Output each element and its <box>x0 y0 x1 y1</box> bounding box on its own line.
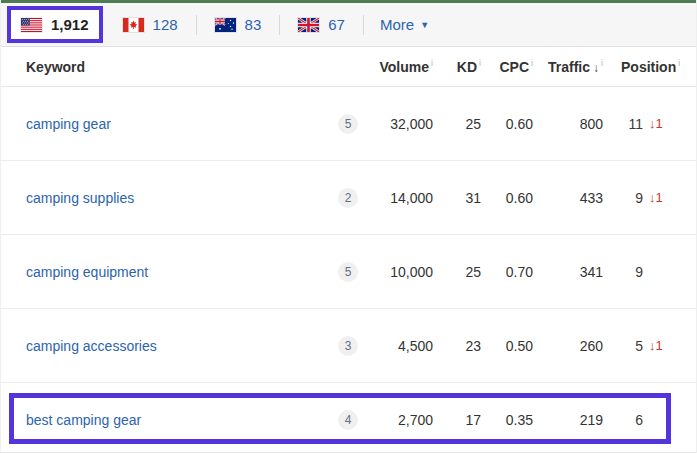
sort-descending-icon: ↓ <box>593 61 599 75</box>
table-row-highlighted: best camping gear 4 2,700 17 0.35 219 6 <box>1 383 696 453</box>
country-tab-us[interactable]: 1,912 <box>7 6 103 43</box>
more-countries-dropdown[interactable]: More ▼ <box>380 16 429 33</box>
position-value: 11 <box>621 116 643 132</box>
serp-features-cell: 5 <box>337 114 359 134</box>
us-flag-icon <box>21 18 42 32</box>
keyword-link[interactable]: camping accessories <box>26 338 157 354</box>
cpc-cell: 0.35 <box>481 412 533 428</box>
serp-features-cell: 2 <box>337 188 359 208</box>
kd-cell: 25 <box>433 116 481 132</box>
keyword-link[interactable]: best camping gear <box>26 412 141 428</box>
serp-features-badge[interactable]: 5 <box>338 114 358 134</box>
table-header-row: Keyword Volumei KDi CPCi Traffic↓i Posit… <box>1 47 696 87</box>
traffic-cell: 800 <box>533 116 603 132</box>
cpc-cell: 0.70 <box>481 264 533 280</box>
keyword-link[interactable]: camping equipment <box>26 264 148 280</box>
canada-flag-icon <box>123 18 144 32</box>
traffic-cell: 219 <box>533 412 603 428</box>
kd-cell: 25 <box>433 264 481 280</box>
serp-features-cell: 5 <box>337 262 359 282</box>
position-value: 9 <box>621 264 643 280</box>
cpc-cell: 0.50 <box>481 338 533 354</box>
australia-flag-icon <box>215 18 236 32</box>
traffic-cell: 433 <box>533 190 603 206</box>
kd-cell: 23 <box>433 338 481 354</box>
keyword-link[interactable]: camping gear <box>26 116 111 132</box>
volume-cell: 32,000 <box>359 116 433 132</box>
keyword-cell: camping equipment <box>1 264 337 280</box>
kd-cell: 31 <box>433 190 481 206</box>
position-cell: 9 <box>603 264 697 280</box>
table-row: camping gear 5 32,000 25 0.60 800 11↓1 <box>1 87 696 161</box>
column-header-position[interactable]: Positioni <box>603 58 697 75</box>
country-tab-australia[interactable]: 83 <box>211 16 266 33</box>
table-row: camping accessories 3 4,500 23 0.50 260 … <box>1 309 696 383</box>
topbar-divider <box>363 15 364 35</box>
serp-features-badge[interactable]: 2 <box>338 188 358 208</box>
keyword-link[interactable]: camping supplies <box>26 190 134 206</box>
position-cell: 11↓1 <box>603 116 697 132</box>
position-value: 6 <box>621 412 643 428</box>
cpc-cell: 0.60 <box>481 190 533 206</box>
volume-cell: 4,500 <box>359 338 433 354</box>
serp-features-badge[interactable]: 3 <box>338 336 358 356</box>
keyword-cell: best camping gear <box>1 412 337 428</box>
table-row: camping supplies 2 14,000 31 0.60 433 9↓… <box>1 161 696 235</box>
position-cell: 9↓1 <box>603 190 697 206</box>
kd-cell: 17 <box>433 412 481 428</box>
column-header-volume[interactable]: Volumei <box>359 58 433 75</box>
column-header-cpc[interactable]: CPCi <box>481 58 533 75</box>
column-header-kd[interactable]: KDi <box>433 58 481 75</box>
traffic-cell: 341 <box>533 264 603 280</box>
topbar-divider <box>279 15 280 35</box>
canada-keyword-count: 128 <box>153 16 178 33</box>
us-keyword-count: 1,912 <box>51 16 89 33</box>
position-change-down: ↓1 <box>649 116 663 131</box>
volume-cell: 10,000 <box>359 264 433 280</box>
column-header-keyword[interactable]: Keyword <box>1 59 337 75</box>
serp-features-cell: 4 <box>337 410 359 430</box>
country-tab-bar: 1,912 128 83 <box>1 3 696 47</box>
country-tab-uk[interactable]: 67 <box>294 16 349 33</box>
serp-features-badge[interactable]: 5 <box>338 262 358 282</box>
uk-flag-icon <box>298 18 319 32</box>
position-cell: 6 <box>603 412 697 428</box>
keyword-cell: camping supplies <box>1 190 337 206</box>
cpc-cell: 0.60 <box>481 116 533 132</box>
info-icon[interactable]: i <box>678 58 680 68</box>
column-header-traffic[interactable]: Traffic↓i <box>533 58 603 75</box>
uk-keyword-count: 67 <box>328 16 345 33</box>
table-row: camping equipment 5 10,000 25 0.70 341 9 <box>1 235 696 309</box>
volume-cell: 2,700 <box>359 412 433 428</box>
more-label: More <box>380 16 414 33</box>
chevron-down-icon: ▼ <box>420 20 429 30</box>
traffic-cell: 260 <box>533 338 603 354</box>
serp-features-cell: 3 <box>337 336 359 356</box>
keyword-cell: camping gear <box>1 116 337 132</box>
topbar-divider <box>196 15 197 35</box>
australia-keyword-count: 83 <box>245 16 262 33</box>
position-value: 9 <box>621 190 643 206</box>
position-change-down: ↓1 <box>649 190 663 205</box>
position-cell: 5↓1 <box>603 338 697 354</box>
country-tab-canada[interactable]: 128 <box>119 16 182 33</box>
volume-cell: 14,000 <box>359 190 433 206</box>
keyword-cell: camping accessories <box>1 338 337 354</box>
serp-features-badge[interactable]: 4 <box>338 410 358 430</box>
position-change-down: ↓1 <box>649 338 663 353</box>
position-value: 5 <box>621 338 643 354</box>
